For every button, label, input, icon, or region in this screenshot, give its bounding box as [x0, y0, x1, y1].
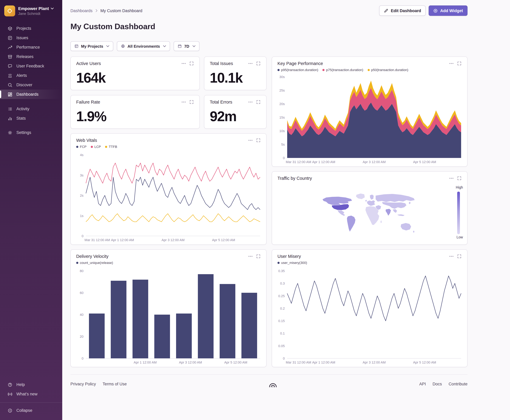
svg-text:Apr 3 12:00 AM: Apr 3 12:00 AM [363, 360, 386, 364]
sidebar-item-settings[interactable]: Settings [0, 128, 62, 137]
key-page-performance-chart[interactable]: 05s10s15s20s25s30sMar 31 12:00 AMApr 1 1… [275, 74, 463, 165]
terms-of-use-link[interactable]: Terms of Use [103, 382, 127, 386]
widget-menu-button[interactable] [181, 100, 186, 105]
bar[interactable] [133, 280, 148, 358]
svg-text:Apr 1 12:00 AM: Apr 1 12:00 AM [312, 360, 335, 364]
plus-circle-icon [433, 8, 438, 13]
widget-menu-button[interactable] [248, 100, 253, 105]
map-region-uk[interactable] [365, 200, 367, 202]
sidebar-item-whats-new[interactable]: What's new [0, 389, 62, 399]
map-legend-low: Low [457, 235, 463, 239]
widget-expand-button[interactable] [457, 61, 462, 66]
world-map[interactable] [316, 188, 422, 240]
svg-text:Mar 31 12:00 AM: Mar 31 12:00 AM [286, 160, 311, 164]
map-region-se-asia[interactable] [392, 209, 397, 213]
widget-expand-button[interactable] [189, 100, 194, 105]
bar[interactable] [220, 284, 235, 358]
bar[interactable] [154, 315, 170, 358]
breadcrumb-dashboards[interactable]: Dashboards [70, 8, 93, 13]
sidebar-item-projects[interactable]: Projects [0, 24, 62, 33]
svg-text:Apr 3 12:00 AM: Apr 3 12:00 AM [363, 160, 386, 164]
svg-text:Apr 5 12:00 AM: Apr 5 12:00 AM [224, 360, 247, 364]
widget-menu-button[interactable] [449, 61, 454, 66]
widget-menu-button[interactable] [248, 138, 253, 143]
svg-text:0.05: 0.05 [278, 344, 285, 348]
map-region-japan[interactable] [409, 202, 411, 204]
map-region-australia[interactable] [400, 223, 411, 231]
projects-filter[interactable]: My Projects [70, 41, 113, 51]
map-region-china[interactable] [382, 202, 407, 209]
org-switcher[interactable]: Empower Plant Jane Schmidt [0, 4, 62, 19]
sidebar-item-dashboards[interactable]: Dashboards [0, 90, 62, 99]
map-region-scandinavia[interactable] [370, 195, 374, 200]
sidebar-item-activity[interactable]: Activity [0, 104, 62, 113]
user-misery-chart[interactable]: 00.050.10.150.20.250.30.35Mar 31 12:00 A… [275, 268, 463, 365]
add-widget-button[interactable]: Add Widget [429, 6, 467, 16]
chart-legend: user_misery(300) [277, 261, 462, 264]
map-region-madagascar[interactable] [380, 220, 382, 223]
performance-icon [7, 45, 12, 50]
sidebar-item-label: Dashboards [16, 92, 38, 97]
sidebar-item-issues[interactable]: Issues [0, 33, 62, 43]
widget-menu-button[interactable] [181, 61, 186, 66]
widget-expand-button[interactable] [457, 176, 462, 181]
map-region-new-zealand[interactable] [413, 230, 414, 233]
sidebar-item-user-feedback[interactable]: User Feedback [0, 61, 62, 71]
widget-user-misery: User Misery user_misery(300) 00.050.10.1… [272, 249, 467, 367]
bar[interactable] [198, 274, 214, 358]
contribute-link[interactable]: Contribute [449, 382, 467, 386]
privacy-policy-link[interactable]: Privacy Policy [70, 382, 96, 386]
legend-item: user_misery(300) [277, 261, 307, 264]
sidebar-item-label: Stats [16, 116, 26, 120]
map-region-mexico[interactable] [337, 210, 345, 216]
edit-dashboard-button[interactable]: Edit Dashboard [379, 6, 426, 16]
docs-link[interactable]: Docs [433, 382, 442, 386]
widget-menu-button[interactable] [449, 176, 454, 181]
environments-filter[interactable]: All Environments [117, 41, 170, 51]
chart-legend: p95(transaction.duration)p75(transaction… [277, 68, 462, 72]
sidebar-item-performance[interactable]: Performance [0, 43, 62, 52]
map-region-greenland[interactable] [356, 194, 365, 199]
svg-text:5s: 5s [281, 142, 285, 146]
sidebar-item-collapse[interactable]: Collapse [0, 406, 62, 415]
web-vitals-chart[interactable]: 01s2s3s4sMar 31 12:00 AMApr 1 12:00 AMAp… [74, 152, 262, 243]
widget-expand-button[interactable] [256, 254, 261, 259]
map-region-indonesia[interactable] [397, 214, 405, 216]
map-region-india[interactable] [385, 209, 391, 216]
widget-expand-button[interactable] [256, 61, 261, 66]
widget-expand-button[interactable] [189, 61, 194, 66]
sidebar-item-alerts[interactable]: Alerts [0, 71, 62, 80]
widget-value: 92m [210, 108, 261, 125]
map-region-russia[interactable] [376, 194, 415, 202]
map-region-south-america[interactable] [347, 216, 355, 232]
breadcrumb: Dashboards My Custom Dashboard [70, 8, 142, 13]
widget-expand-button[interactable] [457, 254, 462, 259]
svg-text:Apr 5 12:00 AM: Apr 5 12:00 AM [212, 238, 235, 242]
svg-text:Mar 31 12:00 AM: Mar 31 12:00 AM [286, 360, 311, 364]
sidebar-item-help[interactable]: Help [0, 380, 62, 389]
api-link[interactable]: API [419, 382, 426, 386]
sidebar-item-discover[interactable]: Discover [0, 80, 62, 90]
widget-title: Web Vitals [76, 138, 97, 143]
map-region-europe[interactable] [367, 200, 376, 206]
bar[interactable] [111, 281, 126, 358]
footer-links-right: API Docs Contribute [419, 382, 467, 386]
widget-expand-button[interactable] [256, 100, 261, 105]
legend-dot [91, 146, 93, 148]
delivery-velocity-chart[interactable]: 020406080Apr 1 12:00 AMApr 3 12:00 AMApr… [74, 268, 262, 365]
widget-menu-button[interactable] [248, 254, 253, 259]
svg-text:Mar 31 12:00 AM: Mar 31 12:00 AM [85, 238, 110, 242]
svg-text:0: 0 [283, 156, 285, 160]
widget-menu-button[interactable] [248, 61, 253, 66]
bar[interactable] [242, 293, 257, 358]
legend-dot [76, 262, 78, 264]
widget-expand-button[interactable] [256, 138, 261, 143]
legend-label: FCP [80, 145, 87, 149]
date-range-filter[interactable]: 7D [174, 41, 199, 51]
sidebar-item-releases[interactable]: Releases [0, 52, 62, 61]
sidebar-item-stats[interactable]: Stats [0, 113, 62, 123]
widget-menu-button[interactable] [449, 254, 454, 259]
bar[interactable] [89, 314, 104, 358]
chart-legend: FCPLCPTTFB [76, 145, 261, 149]
bar[interactable] [176, 314, 192, 358]
